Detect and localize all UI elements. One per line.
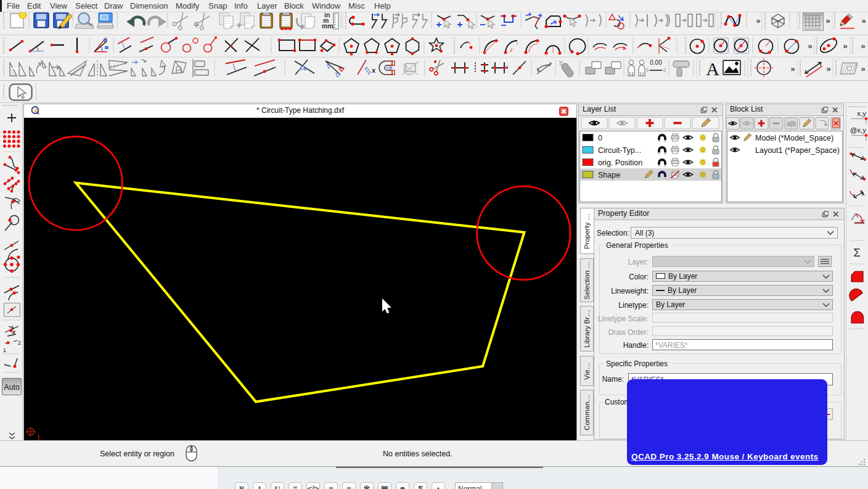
- svg-text:Layout1 (*Paper_Space): Layout1 (*Paper_Space): [755, 146, 840, 155]
- svg-text:a|b: a|b: [787, 120, 796, 127]
- svg-text:orig. Position: orig. Position: [598, 158, 642, 167]
- svg-text:x: x: [372, 67, 376, 74]
- svg-text:A: A: [706, 59, 719, 79]
- svg-text:Shape: Shape: [598, 171, 620, 179]
- svg-text:»: »: [756, 16, 760, 25]
- svg-text:»: »: [826, 64, 830, 73]
- svg-text:Auto: Auto: [4, 383, 20, 392]
- svg-text:Model (*Model_Space): Model (*Model_Space): [755, 134, 833, 142]
- svg-text:mm: mm: [322, 22, 334, 30]
- svg-text:0.00: 0.00: [650, 59, 662, 66]
- svg-text:0: 0: [598, 134, 602, 142]
- svg-text:»: »: [843, 41, 847, 51]
- svg-text:2: 2: [18, 340, 21, 346]
- svg-text:@x,y: @x,y: [850, 126, 867, 134]
- svg-text:*: *: [506, 64, 509, 72]
- svg-text:»: »: [861, 64, 865, 73]
- svg-text:Σ: Σ: [853, 246, 861, 259]
- svg-text:»: »: [861, 41, 865, 51]
- svg-text:»: »: [825, 16, 830, 25]
- svg-text:»: »: [808, 41, 812, 51]
- svg-text:1: 1: [3, 347, 6, 353]
- svg-text:»: »: [861, 16, 866, 25]
- svg-text:»: »: [790, 64, 795, 73]
- svg-text:Circuit-Typ...: Circuit-Typ...: [598, 146, 641, 155]
- svg-text:x,y: x,y: [857, 110, 866, 117]
